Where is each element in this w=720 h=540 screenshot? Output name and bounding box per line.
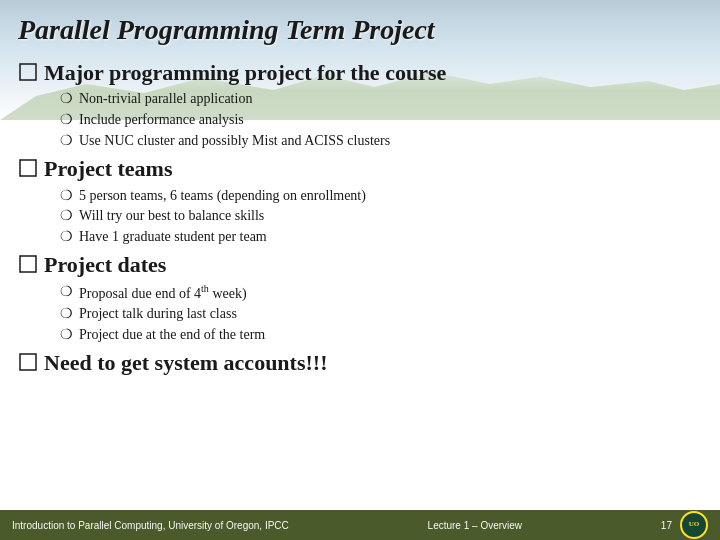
footer-course-info: Introduction to Parallel Computing, Univ…: [12, 520, 289, 531]
main-bullet-text-2: Project teams: [44, 156, 172, 182]
slide-footer: Introduction to Parallel Computing, Univ…: [0, 510, 720, 540]
content-area: Major programming project for the course…: [0, 54, 720, 540]
sub-bullet-2-1: ❍ 5 person teams, 6 teams (depending on …: [60, 186, 702, 206]
sub-bullet-3-2: ❍ Project talk during last class: [60, 304, 702, 324]
main-bullet-2: Project teams: [18, 156, 702, 182]
section-major-programming: Major programming project for the course…: [18, 60, 702, 150]
sub-bullets-1: ❍ Non-trivial parallel application ❍ Inc…: [60, 89, 702, 150]
bullet-icon-4: [18, 352, 38, 372]
sub-bullet-1-3: ❍ Use NUC cluster and possibly Mist and …: [60, 131, 702, 151]
sub-bullet-icon-3-3: ❍: [60, 325, 73, 345]
sub-bullet-1-1: ❍ Non-trivial parallel application: [60, 89, 702, 109]
svg-rect-3: [20, 354, 36, 370]
main-bullet-text-1: Major programming project for the course: [44, 60, 446, 86]
svg-rect-2: [20, 256, 36, 272]
sub-bullet-text-3-1: Proposal due end of 4th week): [79, 282, 247, 303]
sub-bullet-icon-1-1: ❍: [60, 89, 73, 109]
sub-bullets-3: ❍ Proposal due end of 4th week) ❍ Projec…: [60, 282, 702, 344]
section-project-dates: Project dates ❍ Proposal due end of 4th …: [18, 252, 702, 344]
sub-bullet-2-3: ❍ Have 1 graduate student per team: [60, 227, 702, 247]
sub-bullet-icon-2-2: ❍: [60, 206, 73, 226]
bullet-icon-1: [18, 62, 38, 82]
sub-bullet-3-1: ❍ Proposal due end of 4th week): [60, 282, 702, 303]
sub-bullet-text-3-2: Project talk during last class: [79, 304, 237, 324]
sub-bullet-icon-1-3: ❍: [60, 131, 73, 151]
slide-container: Parallel Programming Term Project Major …: [0, 0, 720, 540]
uo-logo-text: UO: [689, 521, 700, 529]
sub-bullet-text-1-1: Non-trivial parallel application: [79, 89, 252, 109]
section-project-teams: Project teams ❍ 5 person teams, 6 teams …: [18, 156, 702, 246]
sub-bullets-2: ❍ 5 person teams, 6 teams (depending on …: [60, 186, 702, 247]
sub-bullet-icon-2-1: ❍: [60, 186, 73, 206]
sub-bullet-icon-1-2: ❍: [60, 110, 73, 130]
footer-lecture-info: Lecture 1 – Overview: [428, 520, 523, 531]
uo-logo: UO: [680, 511, 708, 539]
sub-bullet-icon-3-2: ❍: [60, 304, 73, 324]
main-bullet-4: Need to get system accounts!!!: [18, 350, 702, 376]
sub-bullet-text-1-2: Include performance analysis: [79, 110, 244, 130]
sub-bullet-text-2-2: Will try our best to balance skills: [79, 206, 264, 226]
svg-rect-0: [20, 64, 36, 80]
sub-bullet-text-3-3: Project due at the end of the term: [79, 325, 265, 345]
sub-bullet-icon-2-3: ❍: [60, 227, 73, 247]
main-bullet-text-3: Project dates: [44, 252, 166, 278]
title-bar: Parallel Programming Term Project: [0, 0, 720, 54]
footer-right: 17 UO: [661, 511, 708, 539]
main-bullet-3: Project dates: [18, 252, 702, 278]
sub-bullet-text-2-3: Have 1 graduate student per team: [79, 227, 267, 247]
footer-page-number: 17: [661, 520, 672, 531]
bullet-icon-2: [18, 158, 38, 178]
bullet-icon-3: [18, 254, 38, 274]
sub-bullet-3-3: ❍ Project due at the end of the term: [60, 325, 702, 345]
svg-rect-1: [20, 160, 36, 176]
main-bullet-text-4: Need to get system accounts!!!: [44, 350, 327, 376]
sub-bullet-text-2-1: 5 person teams, 6 teams (depending on en…: [79, 186, 366, 206]
sub-bullet-1-2: ❍ Include performance analysis: [60, 110, 702, 130]
sub-bullet-icon-3-1: ❍: [60, 282, 73, 302]
sub-bullet-text-1-3: Use NUC cluster and possibly Mist and AC…: [79, 131, 390, 151]
sub-bullet-2-2: ❍ Will try our best to balance skills: [60, 206, 702, 226]
section-need-accounts: Need to get system accounts!!!: [18, 350, 702, 376]
main-bullet-1: Major programming project for the course: [18, 60, 702, 86]
slide-title: Parallel Programming Term Project: [18, 14, 702, 46]
